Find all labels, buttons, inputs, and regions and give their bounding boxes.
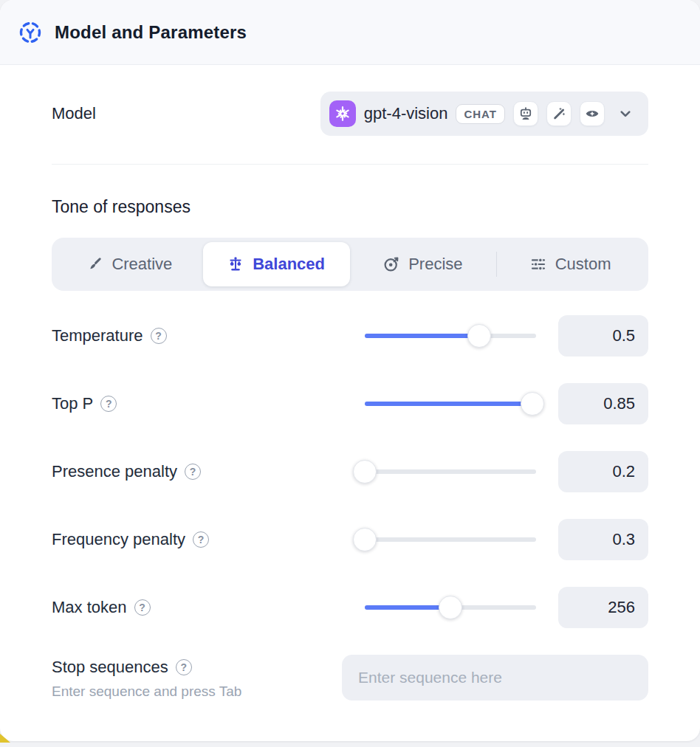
parameter-slider[interactable] xyxy=(365,460,536,483)
tone-option-label: Creative xyxy=(111,255,172,274)
tone-option-label: Precise xyxy=(408,255,462,274)
tone-option-creative[interactable]: Creative xyxy=(56,242,203,286)
tone-segmented-control: Creative Balanced xyxy=(52,238,648,291)
slider-track[interactable] xyxy=(365,334,536,338)
scales-icon xyxy=(227,256,244,272)
stop-sequences-helper: Enter sequence and press Tab xyxy=(52,684,342,700)
parameter-slider[interactable] xyxy=(365,392,536,416)
parameter-slider[interactable] xyxy=(365,528,536,551)
slider-thumb[interactable] xyxy=(467,324,491,348)
help-icon[interactable]: ? xyxy=(185,464,201,480)
selected-model-name: gpt-4-vision xyxy=(364,104,448,123)
parameter-label: Top P xyxy=(52,394,93,413)
help-icon[interactable]: ? xyxy=(151,328,167,344)
slider-thumb[interactable] xyxy=(521,392,544,416)
help-icon[interactable]: ? xyxy=(134,599,151,616)
help-icon[interactable]: ? xyxy=(100,396,117,412)
parameter-value[interactable]: 0.2 xyxy=(558,451,648,492)
robot-icon xyxy=(513,101,538,126)
parameter-slider[interactable] xyxy=(365,324,536,348)
slider-track[interactable] xyxy=(365,469,536,474)
panel-title: Model and Parameters xyxy=(55,22,247,43)
sliders-icon xyxy=(530,256,546,272)
slider-track[interactable] xyxy=(365,402,536,406)
slider-fill xyxy=(365,334,479,338)
help-icon[interactable]: ? xyxy=(176,659,192,675)
slider-thumb[interactable] xyxy=(353,528,377,551)
stop-sequences-row: Stop sequences ? Enter sequence and pres… xyxy=(52,655,648,700)
slider-fill xyxy=(365,605,450,610)
parameter-label: Frequency penalty xyxy=(52,530,185,549)
tone-option-balanced[interactable]: Balanced xyxy=(203,242,350,286)
background-corner-accent xyxy=(0,734,10,743)
parameter-label: Max token xyxy=(52,598,127,617)
paintbrush-icon xyxy=(86,256,103,272)
model-type-badge: CHAT xyxy=(456,104,505,124)
parameter-list: Temperature ? 0.5 Top P ? 0.85 Presence … xyxy=(52,315,648,628)
parameter-row: Presence penalty ? 0.2 xyxy=(52,451,648,492)
parameter-slider[interactable] xyxy=(365,596,536,619)
section-divider xyxy=(52,164,648,165)
help-icon[interactable]: ? xyxy=(193,531,209,548)
tone-option-label: Balanced xyxy=(253,255,325,274)
parameter-value[interactable]: 0.85 xyxy=(558,383,648,424)
parameter-row: Temperature ? 0.5 xyxy=(52,315,648,357)
chevron-down-icon xyxy=(617,106,634,122)
openai-logo-icon xyxy=(329,100,356,127)
slider-track[interactable] xyxy=(365,537,536,542)
model-row: Model gpt-4-vision CH xyxy=(52,92,648,136)
vision-eye-icon xyxy=(580,101,605,126)
slider-thumb[interactable] xyxy=(439,596,462,619)
parameter-label: Presence penalty xyxy=(52,462,177,481)
parameter-row: Top P ? 0.85 xyxy=(52,383,648,424)
target-icon xyxy=(383,256,399,272)
panel-header: Model and Parameters xyxy=(0,0,700,65)
magic-wand-icon xyxy=(546,101,572,126)
slider-thumb[interactable] xyxy=(353,460,377,483)
model-select-dropdown[interactable]: gpt-4-vision CHAT xyxy=(320,92,648,136)
parameter-label: Temperature xyxy=(52,326,143,345)
parameter-row: Max token ? 256 xyxy=(52,587,648,628)
tone-heading: Tone of responses xyxy=(52,197,648,217)
tone-option-custom[interactable]: Custom xyxy=(497,242,644,286)
parameter-row: Frequency penalty ? 0.3 xyxy=(52,519,648,560)
model-label: Model xyxy=(52,104,96,123)
model-parameters-panel: Model and Parameters Model xyxy=(0,0,700,741)
tone-option-label: Custom xyxy=(555,255,611,274)
stop-sequence-input[interactable] xyxy=(342,655,648,700)
parameter-value[interactable]: 256 xyxy=(558,587,648,628)
model-hub-icon xyxy=(18,20,43,45)
parameter-value[interactable]: 0.3 xyxy=(558,519,648,560)
stop-sequences-label: Stop sequences xyxy=(52,658,168,677)
tone-option-precise[interactable]: Precise xyxy=(350,242,497,286)
slider-fill xyxy=(365,402,532,406)
parameter-value[interactable]: 0.5 xyxy=(558,315,648,357)
